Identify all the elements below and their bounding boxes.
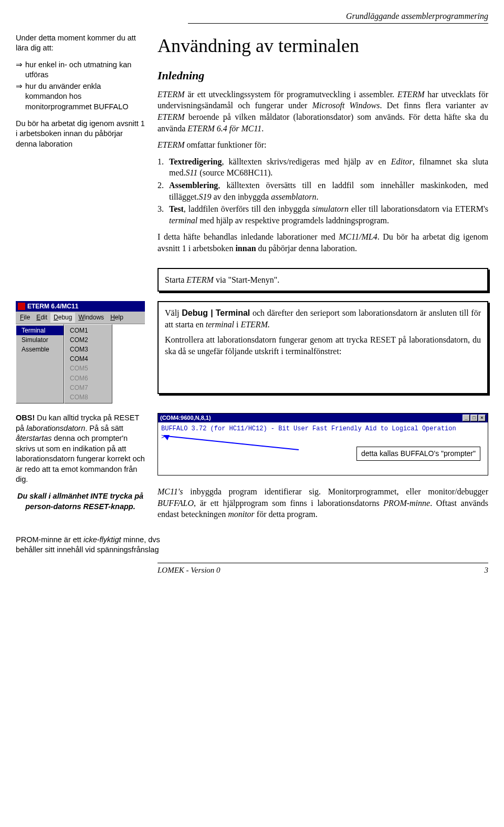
callout-label: detta kallas BUFFALO's "prompter" — [356, 447, 480, 461]
instruction-box-start: Starta ETERM via "Start-Menyn". — [158, 268, 488, 292]
obs-sidebar: OBS! Du kan alltid trycka på RESET på la… — [16, 413, 145, 525]
main-content: Användning av terminalen Inledning ETERM… — [158, 33, 488, 260]
list-item: 2.Assemblering, källtexten översätts til… — [158, 180, 488, 202]
menu-item-com5: COM5 — [65, 364, 112, 373]
section-subhead: Inledning — [158, 68, 488, 84]
terminal-and-text: (COM4:9600,N,8,1) _ □ × BUFFALO 3.72 (fo… — [158, 413, 488, 525]
footer-page-number: 3 — [485, 565, 489, 575]
obs-reset: OBS! Du kan alltid trycka på RESET på la… — [16, 413, 145, 485]
menu-windows[interactable]: Windows — [75, 313, 107, 322]
dropdown-debug[interactable]: Terminal Simulator Assemble — [16, 324, 64, 404]
menu-help[interactable]: Help — [107, 313, 127, 322]
bullet-text: hur enkel in- och utmatning kan utföras — [25, 60, 145, 80]
page-footer: LOMEK - Version 0 3 — [158, 563, 488, 575]
bullet-text: hur du använder enkla kommandon hos moni… — [25, 81, 145, 112]
menu-item-terminal[interactable]: Terminal — [16, 326, 64, 335]
arrow-icon: ⇒ — [16, 60, 25, 80]
terminal-body[interactable]: BUFFALO 3.72 (for HC11/HC12) - Bit User … — [158, 422, 488, 475]
menu-file[interactable]: File — [17, 313, 33, 322]
close-icon[interactable]: × — [478, 415, 486, 421]
menu-item-com4[interactable]: COM4 — [65, 354, 112, 364]
arrow-icon: ⇒ — [16, 81, 25, 112]
sidebar-intro: Under detta moment kommer du att lära di… — [16, 33, 145, 260]
obs-warning: Du skall i allmänhet INTE trycka på pers… — [16, 491, 145, 512]
menu-item-simulator[interactable]: Simulator — [16, 335, 64, 345]
menu-item-assemble[interactable]: Assemble — [16, 345, 64, 354]
prom-note: PROM-minne är ett icke-flyktigt minne, d… — [16, 535, 168, 555]
menu-debug[interactable]: Debug — [50, 313, 75, 322]
bottom-paragraph: MC11's inbyggda program identifierar sig… — [158, 486, 488, 520]
running-header: Grundläggande assemblerprogrammering — [188, 11, 488, 24]
svg-line-0 — [166, 436, 299, 450]
list-item: 3.Test, laddfilen överförs till den inby… — [158, 203, 488, 226]
terminal-titlebar: (COM4:9600,N,8,1) _ □ × — [158, 414, 488, 422]
menu-item-com8: COM8 — [65, 392, 112, 402]
menu-edit[interactable]: Edit — [33, 313, 50, 322]
feature-list: 1.Textredigering, källtexten skrivs/redi… — [158, 156, 488, 226]
menu-item-com7: COM7 — [65, 383, 112, 392]
maximize-icon[interactable]: □ — [470, 415, 478, 421]
list-intro: ETERM omfattar funktioner för: — [158, 139, 488, 151]
menu-item-com6: COM6 — [65, 374, 112, 383]
instruction-box-debug: Välj Debug | Terminal och därefter den s… — [158, 301, 488, 394]
terminal-output: BUFFALO 3.72 (for HC11/HC12) - Bit User … — [161, 425, 456, 432]
page-title: Användning av terminalen — [158, 33, 488, 59]
sidebar-bullet: ⇒ hur du använder enkla kommandon hos mo… — [16, 81, 145, 112]
sidebar-note: Du bör ha arbetat dig igenom avsnitt 1 i… — [16, 119, 145, 150]
terminal-title-text: (COM4:9600,N,8,1) — [160, 414, 211, 422]
window-title-text: ETERM 6.4/MC11 — [27, 302, 78, 311]
sidebar-intro-text: Under detta moment kommer du att lära di… — [16, 33, 145, 54]
terminal-window: (COM4:9600,N,8,1) _ □ × BUFFALO 3.72 (fo… — [158, 413, 488, 475]
svg-marker-1 — [163, 435, 170, 440]
intro-paragraph: ETERM är ett utvecklingssystem för progr… — [158, 89, 488, 134]
menubar[interactable]: File Edit Debug Windows Help — [16, 312, 145, 324]
list-item: 1.Textredigering, källtexten skrivs/redi… — [158, 156, 488, 179]
eterm-menu-screenshot: ETERM 6.4/MC11 File Edit Debug Windows H… — [16, 301, 145, 404]
menu-item-com2[interactable]: COM2 — [65, 335, 112, 345]
sidebar-bullet: ⇒ hur enkel in- och utmatning kan utföra… — [16, 60, 145, 80]
app-icon — [18, 303, 25, 310]
closing-paragraph: I detta häfte behandlas inledande labora… — [158, 231, 488, 254]
menu-item-com1[interactable]: COM1 — [65, 326, 112, 335]
dropdown-com[interactable]: COM1 COM2 COM3 COM4 COM5 COM6 COM7 COM8 — [64, 324, 112, 404]
footer-version: LOMEK - Version 0 — [158, 565, 220, 575]
menu-item-com3[interactable]: COM3 — [65, 345, 112, 354]
minimize-icon[interactable]: _ — [463, 415, 470, 421]
callout-arrow-icon — [163, 435, 300, 451]
window-titlebar: ETERM 6.4/MC11 — [16, 301, 145, 312]
